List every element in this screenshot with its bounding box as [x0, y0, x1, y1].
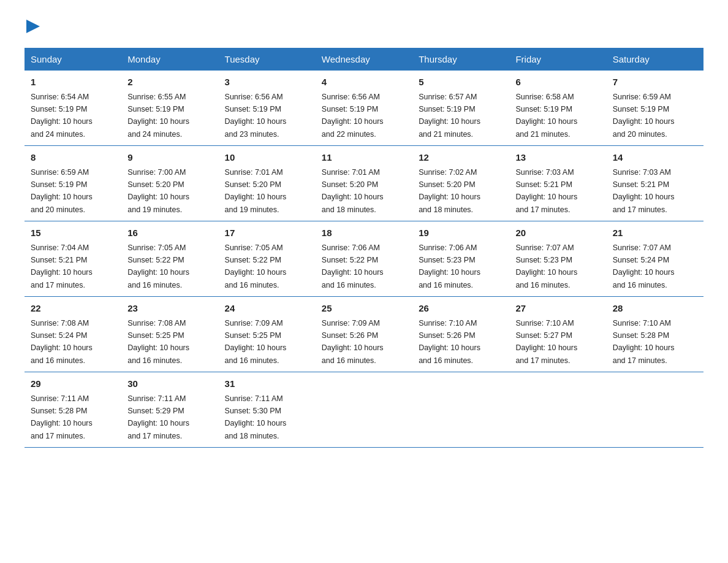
calendar-week-row: 8Sunrise: 6:59 AMSunset: 5:19 PMDaylight… — [25, 146, 703, 221]
day-number: 17 — [225, 226, 309, 240]
day-info: Sunrise: 7:10 AMSunset: 5:27 PMDaylight:… — [515, 319, 577, 365]
day-number: 18 — [322, 226, 406, 240]
col-header-saturday: Saturday — [607, 48, 703, 71]
day-number: 23 — [127, 302, 212, 316]
calendar-cell: 7Sunrise: 6:59 AMSunset: 5:19 PMDaylight… — [607, 71, 703, 146]
calendar-cell: 14Sunrise: 7:03 AMSunset: 5:21 PMDayligh… — [607, 146, 703, 221]
day-number: 30 — [127, 377, 212, 391]
day-info: Sunrise: 7:06 AMSunset: 5:22 PMDaylight:… — [322, 243, 384, 289]
day-info: Sunrise: 7:08 AMSunset: 5:25 PMDaylight:… — [127, 319, 189, 365]
day-number: 20 — [515, 226, 600, 240]
svg-marker-0 — [26, 20, 40, 33]
calendar-cell: 16Sunrise: 7:05 AMSunset: 5:22 PMDayligh… — [121, 221, 218, 297]
day-info: Sunrise: 7:06 AMSunset: 5:23 PMDaylight:… — [419, 243, 480, 289]
calendar-cell: 17Sunrise: 7:05 AMSunset: 5:22 PMDayligh… — [219, 221, 316, 297]
day-info: Sunrise: 7:05 AMSunset: 5:22 PMDaylight:… — [225, 243, 287, 289]
calendar-week-row: 1Sunrise: 6:54 AMSunset: 5:19 PMDaylight… — [25, 71, 703, 146]
day-info: Sunrise: 6:56 AMSunset: 5:19 PMDaylight:… — [322, 93, 384, 139]
day-number: 25 — [322, 302, 406, 316]
day-number: 5 — [419, 75, 503, 90]
logo — [25, 18, 40, 36]
calendar-cell: 8Sunrise: 6:59 AMSunset: 5:19 PMDaylight… — [25, 146, 121, 221]
day-number: 13 — [515, 151, 600, 165]
calendar-cell: 2Sunrise: 6:55 AMSunset: 5:19 PMDaylight… — [121, 71, 218, 146]
day-number: 8 — [31, 151, 115, 165]
day-number: 19 — [419, 226, 503, 240]
day-info: Sunrise: 7:03 AMSunset: 5:21 PMDaylight:… — [613, 168, 675, 214]
col-header-sunday: Sunday — [25, 48, 121, 71]
calendar-week-row: 15Sunrise: 7:04 AMSunset: 5:21 PMDayligh… — [25, 221, 703, 297]
page-header — [25, 18, 703, 36]
day-info: Sunrise: 7:11 AMSunset: 5:28 PMDaylight:… — [31, 394, 93, 440]
day-number: 3 — [225, 75, 309, 90]
day-info: Sunrise: 7:10 AMSunset: 5:26 PMDaylight:… — [419, 319, 480, 365]
day-info: Sunrise: 7:01 AMSunset: 5:20 PMDaylight:… — [322, 168, 384, 214]
calendar-cell: 24Sunrise: 7:09 AMSunset: 5:25 PMDayligh… — [219, 297, 316, 372]
calendar-cell: 13Sunrise: 7:03 AMSunset: 5:21 PMDayligh… — [509, 146, 606, 221]
calendar-cell: 31Sunrise: 7:11 AMSunset: 5:30 PMDayligh… — [219, 372, 316, 448]
calendar-cell: 21Sunrise: 7:07 AMSunset: 5:24 PMDayligh… — [607, 221, 703, 297]
col-header-thursday: Thursday — [412, 48, 509, 71]
day-info: Sunrise: 6:59 AMSunset: 5:19 PMDaylight:… — [31, 168, 93, 214]
day-number: 15 — [31, 226, 115, 240]
calendar-cell: 30Sunrise: 7:11 AMSunset: 5:29 PMDayligh… — [121, 372, 218, 448]
day-info: Sunrise: 7:07 AMSunset: 5:23 PMDaylight:… — [515, 243, 577, 289]
calendar-header-row: SundayMondayTuesdayWednesdayThursdayFrid… — [25, 48, 703, 71]
day-info: Sunrise: 7:08 AMSunset: 5:24 PMDaylight:… — [31, 319, 93, 365]
col-header-wednesday: Wednesday — [316, 48, 412, 71]
calendar-week-row: 22Sunrise: 7:08 AMSunset: 5:24 PMDayligh… — [25, 297, 703, 372]
col-header-tuesday: Tuesday — [219, 48, 316, 71]
day-number: 21 — [613, 226, 697, 240]
day-number: 10 — [225, 151, 309, 165]
calendar-cell: 28Sunrise: 7:10 AMSunset: 5:28 PMDayligh… — [607, 297, 703, 372]
day-number: 12 — [419, 151, 503, 165]
day-number: 24 — [225, 302, 309, 316]
calendar-cell: 19Sunrise: 7:06 AMSunset: 5:23 PMDayligh… — [412, 221, 509, 297]
calendar-cell: 4Sunrise: 6:56 AMSunset: 5:19 PMDaylight… — [316, 71, 412, 146]
calendar-cell: 29Sunrise: 7:11 AMSunset: 5:28 PMDayligh… — [25, 372, 121, 448]
day-number: 1 — [31, 75, 115, 90]
calendar-cell: 15Sunrise: 7:04 AMSunset: 5:21 PMDayligh… — [25, 221, 121, 297]
calendar-cell: 22Sunrise: 7:08 AMSunset: 5:24 PMDayligh… — [25, 297, 121, 372]
calendar-cell: 10Sunrise: 7:01 AMSunset: 5:20 PMDayligh… — [219, 146, 316, 221]
day-info: Sunrise: 7:10 AMSunset: 5:28 PMDaylight:… — [613, 319, 675, 365]
day-number: 16 — [127, 226, 212, 240]
day-number: 26 — [419, 302, 503, 316]
calendar-cell: 18Sunrise: 7:06 AMSunset: 5:22 PMDayligh… — [316, 221, 412, 297]
calendar-cell: 6Sunrise: 6:58 AMSunset: 5:19 PMDaylight… — [509, 71, 606, 146]
logo-arrow-icon — [26, 20, 40, 36]
day-info: Sunrise: 7:09 AMSunset: 5:25 PMDaylight:… — [225, 319, 287, 365]
day-number: 4 — [322, 75, 406, 90]
calendar-table: SundayMondayTuesdayWednesdayThursdayFrid… — [25, 48, 703, 448]
calendar-cell: 20Sunrise: 7:07 AMSunset: 5:23 PMDayligh… — [509, 221, 606, 297]
calendar-cell: 25Sunrise: 7:09 AMSunset: 5:26 PMDayligh… — [316, 297, 412, 372]
day-number: 11 — [322, 151, 406, 165]
day-info: Sunrise: 7:05 AMSunset: 5:22 PMDaylight:… — [127, 243, 189, 289]
day-number: 6 — [515, 75, 600, 90]
day-info: Sunrise: 7:00 AMSunset: 5:20 PMDaylight:… — [127, 168, 189, 214]
calendar-cell — [316, 372, 412, 448]
day-number: 27 — [515, 302, 600, 316]
day-number: 29 — [31, 377, 115, 391]
calendar-cell — [607, 372, 703, 448]
col-header-friday: Friday — [509, 48, 606, 71]
day-info: Sunrise: 7:04 AMSunset: 5:21 PMDaylight:… — [31, 243, 93, 289]
day-info: Sunrise: 6:54 AMSunset: 5:19 PMDaylight:… — [31, 93, 93, 139]
day-info: Sunrise: 7:07 AMSunset: 5:24 PMDaylight:… — [613, 243, 675, 289]
day-info: Sunrise: 6:58 AMSunset: 5:19 PMDaylight:… — [515, 93, 577, 139]
day-info: Sunrise: 7:11 AMSunset: 5:30 PMDaylight:… — [225, 394, 287, 440]
day-info: Sunrise: 7:01 AMSunset: 5:20 PMDaylight:… — [225, 168, 287, 214]
day-info: Sunrise: 6:55 AMSunset: 5:19 PMDaylight:… — [127, 93, 189, 139]
calendar-cell: 1Sunrise: 6:54 AMSunset: 5:19 PMDaylight… — [25, 71, 121, 146]
day-info: Sunrise: 7:02 AMSunset: 5:20 PMDaylight:… — [419, 168, 480, 214]
day-info: Sunrise: 7:11 AMSunset: 5:29 PMDaylight:… — [127, 394, 189, 440]
day-number: 31 — [225, 377, 309, 391]
calendar-cell: 26Sunrise: 7:10 AMSunset: 5:26 PMDayligh… — [412, 297, 509, 372]
calendar-cell — [412, 372, 509, 448]
day-info: Sunrise: 7:09 AMSunset: 5:26 PMDaylight:… — [322, 319, 384, 365]
calendar-cell: 3Sunrise: 6:56 AMSunset: 5:19 PMDaylight… — [219, 71, 316, 146]
col-header-monday: Monday — [121, 48, 218, 71]
calendar-cell: 11Sunrise: 7:01 AMSunset: 5:20 PMDayligh… — [316, 146, 412, 221]
calendar-cell: 12Sunrise: 7:02 AMSunset: 5:20 PMDayligh… — [412, 146, 509, 221]
calendar-cell: 23Sunrise: 7:08 AMSunset: 5:25 PMDayligh… — [121, 297, 218, 372]
